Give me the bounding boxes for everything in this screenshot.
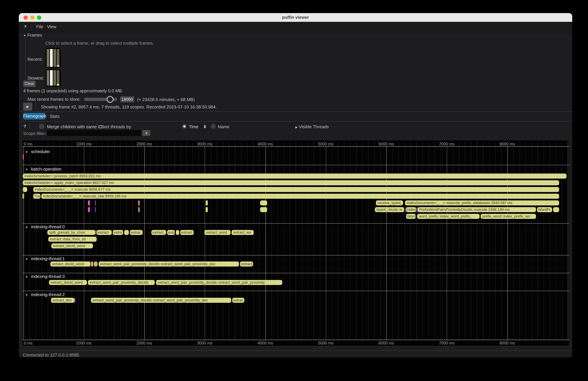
scope-bar[interactable] <box>405 207 406 212</box>
scope-bar[interactable]: word_prefix::index_word_prefix_ <box>417 214 480 219</box>
scope-bar[interactable] <box>95 207 96 212</box>
sort-time-radio[interactable] <box>182 124 187 129</box>
scope-bar[interactable]: extract_wo <box>231 230 254 235</box>
slowest-frame-thumbnail[interactable] <box>46 69 61 87</box>
scope-bar[interactable]: extract_wo <box>240 261 253 267</box>
scope-bar[interactable] <box>89 207 90 212</box>
thread-header-indexing-thread-0[interactable]: ▼ indexing-thread:0 <box>24 224 66 229</box>
scope-bar[interactable] <box>176 230 179 235</box>
sort-direction-icon[interactable]: ⬇ <box>203 124 207 129</box>
menu-view[interactable]: View <box>47 24 56 29</box>
scope-bar[interactable]: WordPr <box>537 207 552 212</box>
scope-bar[interactable] <box>95 200 96 205</box>
scope-bar[interactable]: extract_docid_word <box>50 261 91 267</box>
scope-bar[interactable]: IndexScheduler>::process_batch 8953.821 … <box>23 173 567 179</box>
scope-bar[interactable]: extract_word_pair_proximity_docids <box>88 280 155 285</box>
scope-bar[interactable]: prefix_word::index_prefix_wo <box>481 214 536 219</box>
help-button[interactable]: ? <box>23 124 26 129</box>
gridline <box>156 142 157 340</box>
scope-bar[interactable]: extrac <box>130 230 143 235</box>
scope-bar[interactable]: extract <box>180 230 194 235</box>
scope-bar[interactable]: extra <box>113 230 123 235</box>
gridline <box>283 142 284 340</box>
scope-bar[interactable]: split_grenad_by_chun <box>47 230 95 235</box>
thread-header-scheduler[interactable]: ▼ scheduler <box>24 149 51 154</box>
scope-bar[interactable]: extract::data_from_ob <box>48 237 97 242</box>
scope-bar[interactable] <box>124 230 129 235</box>
frame-bar[interactable] <box>53 49 56 67</box>
slider-knob[interactable] <box>107 96 113 103</box>
scope-bar[interactable] <box>95 230 96 235</box>
thread-header-indexing-thread-1[interactable]: ▼ indexing-thread:1 <box>24 256 66 261</box>
merge-children-checkbox[interactable] <box>39 124 44 129</box>
scope-bar[interactable]: Word <box>406 214 416 219</box>
scope-bar[interactable]: extract_docid_word <box>49 280 87 285</box>
scope-bar[interactable]: extract_ <box>167 230 175 235</box>
tab-flamegraph[interactable]: Flamegraph <box>23 113 45 120</box>
scope-bar[interactable] <box>91 261 93 267</box>
scope-bar[interactable] <box>138 200 140 205</box>
scope-bar[interactable]: PrefixWordPairsProximityDocids::execute … <box>418 207 536 212</box>
theme-toggle-icon[interactable]: ☀ <box>23 24 27 29</box>
scope-bar[interactable]: extract_doc <box>51 298 74 303</box>
sort-name-radio[interactable] <box>211 124 216 129</box>
scope-bar[interactable]: typed_chunk::w <box>375 207 404 212</box>
time-tick-label: 2000 ms <box>136 142 153 146</box>
scope-bar[interactable] <box>74 298 75 303</box>
scope-bar[interactable]: index <box>406 207 416 212</box>
frame-bar[interactable] <box>50 49 53 67</box>
flamegraph-panel[interactable]: 0 ms0 ms1000 ms1000 ms2000 ms2000 ms3000… <box>22 140 569 346</box>
recent-frame-thumbnail[interactable] <box>46 48 61 68</box>
gridline <box>477 142 477 340</box>
play-button[interactable]: ▶ <box>23 103 32 111</box>
time-tick-label: 3000 ms <box>196 341 213 345</box>
scope-bar[interactable]: extract_word_pair_proximity_docids::extr… <box>156 280 282 285</box>
scope-bar[interactable]: Trans <box>33 194 41 199</box>
scope-bar[interactable]: extrac <box>232 298 244 303</box>
frame-bar[interactable] <box>47 70 49 85</box>
gridline <box>459 142 459 340</box>
visible-threads-header[interactable]: ▶ Visible Threads <box>295 124 329 129</box>
scope-bar[interactable] <box>89 200 90 205</box>
frame-bar[interactable] <box>50 70 53 85</box>
scope-bar[interactable] <box>88 200 89 205</box>
scope-bar[interactable] <box>260 207 267 212</box>
tab-stats[interactable]: Stats <box>50 114 60 119</box>
scope-bar[interactable] <box>206 207 208 212</box>
scope-bar[interactable] <box>138 207 140 212</box>
thread-header-batch-operation[interactable]: ▼ batch-operation <box>24 167 63 171</box>
clear-button[interactable]: Clear <box>23 81 36 87</box>
scope-bar[interactable]: extract_word <box>204 230 231 235</box>
scope-bar[interactable] <box>206 200 208 205</box>
scope-bar[interactable] <box>553 207 559 212</box>
scope-bar[interactable]: extract_docid_word <box>51 243 93 248</box>
frames-section-header[interactable]: ▼ Frames <box>23 33 42 38</box>
scope-bar[interactable] <box>417 207 417 212</box>
frame-bar[interactable] <box>57 49 59 65</box>
scope-bar[interactable] <box>88 207 89 212</box>
frame-bar[interactable] <box>47 49 49 67</box>
thread-header-indexing-thread-3[interactable]: ▼ indexing-thread:3 <box>24 274 66 279</box>
scope-bar[interactable] <box>260 200 267 205</box>
scope-bar[interactable]: extract <box>97 230 112 235</box>
scope-bar[interactable] <box>94 261 98 267</box>
max-frames-value[interactable]: 18000 <box>120 96 134 102</box>
scope-bar[interactable] <box>23 154 24 159</box>
scope-bar[interactable]: extract_word_pair_proximity_docids::extr… <box>99 261 239 267</box>
scope-bar[interactable]: extract_ <box>151 230 166 235</box>
scope-bar[interactable]: IndexScheduler>::apply_index_operation 8… <box>23 180 559 185</box>
scope-bar[interactable]: IndexDocuments<_, _>::execute_raw 8459.1… <box>41 194 559 199</box>
frame-bar[interactable] <box>57 70 59 84</box>
scope-bar[interactable]: IndexDocuments<_, _>::execute_prefix_dat… <box>405 200 559 205</box>
scope-filter-input[interactable] <box>47 130 141 136</box>
scope-bar[interactable]: extract_word_pair_proximity_docids::extr… <box>91 298 231 303</box>
scope-bar[interactable] <box>22 194 24 199</box>
scope-bar[interactable] <box>23 187 27 192</box>
thread-header-indexing-thread-2[interactable]: ▼ indexing-thread:2 <box>24 292 66 297</box>
menu-file[interactable]: File <box>36 24 43 29</box>
frame-bar[interactable] <box>53 70 56 85</box>
scope-bar[interactable]: receive_typed_ <box>376 200 403 205</box>
scope-bar[interactable]: IndexDocuments<_, _>::execute 8656.677 m… <box>33 187 559 192</box>
scope-filter-clear-button[interactable]: x <box>142 130 150 136</box>
slowest-label: Slowest: <box>27 76 44 81</box>
